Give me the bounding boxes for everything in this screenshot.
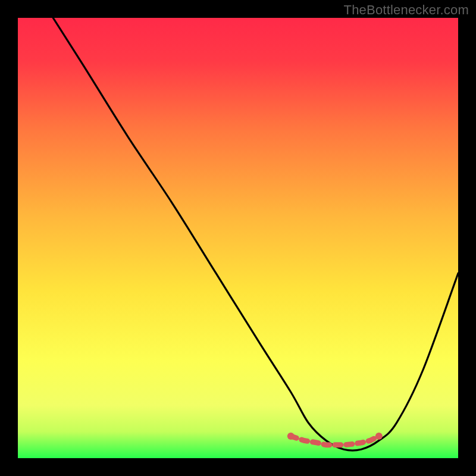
chart-svg (18, 18, 458, 458)
chart-frame: TheBottlenecker.com (0, 0, 476, 476)
optimal-range-endpoint (375, 433, 383, 440)
gradient-background (18, 18, 458, 458)
optimal-range-endpoint (287, 433, 295, 440)
watermark-text: TheBottlenecker.com (344, 2, 469, 18)
plot-area (18, 18, 458, 458)
